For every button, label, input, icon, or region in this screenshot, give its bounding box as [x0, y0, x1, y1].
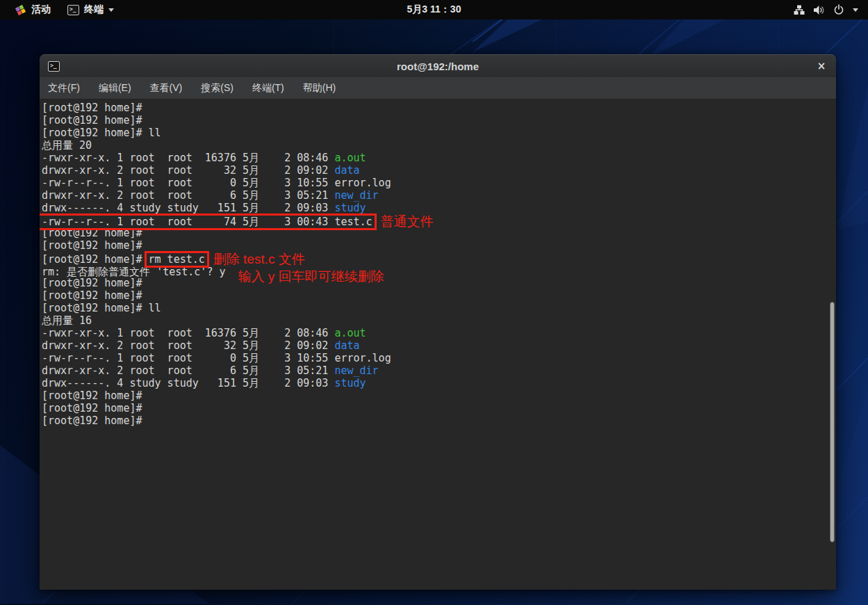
menu-item-3[interactable]: 搜索(S) [194, 78, 240, 99]
red-annotation: 输入 y 回车即可继续删除 [238, 270, 384, 283]
chevron-down-icon [853, 8, 858, 12]
terminal-line: -rw-r--r--. 1 root root 0 5月 3 10:55 err… [42, 352, 829, 364]
terminal-line: drwxr-xr-x. 2 root root 6 5月 3 05:21 new… [42, 364, 829, 377]
clock[interactable]: 5月3 11：30 [401, 1, 468, 19]
menu-item-0[interactable]: 文件(F) [41, 78, 87, 99]
window-titlebar[interactable]: >_ root@192:/home × [40, 54, 836, 77]
red-annotation: 普通文件 [381, 215, 434, 228]
terminal-line: drwx------. 4 study study 151 5月 2 09:03… [42, 202, 829, 214]
terminal-line: rm: 是否删除普通文件 'test.c'? y输入 y 回车即可继续删除 [42, 264, 829, 277]
activities-label: 活动 [31, 3, 51, 16]
menu-item-5[interactable]: 帮助(H) [296, 78, 343, 99]
terminal-line: drwxr-xr-x. 2 root root 32 5月 2 09:02 da… [42, 164, 829, 177]
terminal-line: [root@192 home]# rm test.c删除 test.c 文件 [42, 252, 829, 264]
terminal-window: >_ root@192:/home × 文件(F)编辑(E)查看(V)搜索(S)… [40, 54, 836, 590]
system-status-area[interactable] [789, 0, 862, 19]
terminal-output[interactable]: [root@192 home]#[root@192 home]#[root@19… [40, 99, 836, 590]
close-button[interactable]: × [814, 58, 829, 74]
pinwheel-logo-icon [15, 4, 26, 16]
app-menu-terminal[interactable]: >_ 终端 [61, 1, 120, 19]
terminal-line: [root@192 home]# ll [42, 127, 829, 139]
clock-label: 5月3 11：30 [407, 3, 461, 16]
terminal-icon: >_ [48, 61, 60, 72]
power-icon [833, 4, 844, 15]
app-menu-label: 终端 [84, 3, 104, 16]
terminal-line: [root@192 home]# [42, 227, 829, 239]
terminal-line: [root@192 home]# [42, 402, 829, 414]
terminal-line: [root@192 home]# [42, 102, 829, 114]
terminal-line: drwx------. 4 study study 151 5月 2 09:03… [42, 377, 829, 389]
red-annotation: 删除 test.c 文件 [213, 252, 305, 266]
terminal-line: -rw-r--r--. 1 root root 0 5月 3 10:55 err… [42, 177, 829, 189]
scrollbar-thumb[interactable] [830, 302, 835, 542]
menu-item-1[interactable]: 编辑(E) [92, 78, 138, 99]
terminal-line: drwxr-xr-x. 2 root root 32 5月 2 09:02 da… [42, 339, 829, 352]
terminal-line: 总用量 16 [42, 314, 829, 327]
activities-button[interactable]: 活动 [8, 1, 57, 19]
menu-bar: 文件(F)编辑(E)查看(V)搜索(S)终端(T)帮助(H) [40, 77, 836, 99]
chevron-down-icon [108, 8, 114, 12]
menu-item-2[interactable]: 查看(V) [143, 78, 190, 99]
terminal-line: [root@192 home]# [42, 414, 829, 427]
volume-icon [813, 5, 825, 15]
terminal-line: [root@192 home]# [42, 277, 829, 289]
terminal-line: [root@192 home]# [42, 239, 829, 252]
terminal-line: -rwxr-xr-x. 1 root root 16376 5月 2 08:46… [42, 327, 829, 339]
terminal-line: [root@192 home]# [42, 114, 829, 127]
top-bar: 活动 >_ 终端 5月3 11：30 [0, 0, 868, 19]
window-title: root@192:/home [397, 60, 479, 72]
terminal-line: -rwxr-xr-x. 1 root root 16376 5月 2 08:46… [42, 152, 829, 164]
terminal-line: [root@192 home]# [42, 389, 829, 402]
terminal-line: drwxr-xr-x. 2 root root 6 5月 3 05:21 new… [42, 189, 829, 202]
terminal-line: [root@192 home]# [42, 289, 829, 302]
terminal-line: 总用量 20 [42, 139, 829, 152]
terminal-line: [root@192 home]# ll [42, 302, 829, 314]
network-wired-icon [794, 5, 805, 15]
terminal-line: -rw-r--r--. 1 root root 74 5月 3 00:43 te… [42, 214, 829, 227]
menu-item-4[interactable]: 终端(T) [245, 78, 291, 99]
terminal-icon: >_ [67, 5, 79, 15]
